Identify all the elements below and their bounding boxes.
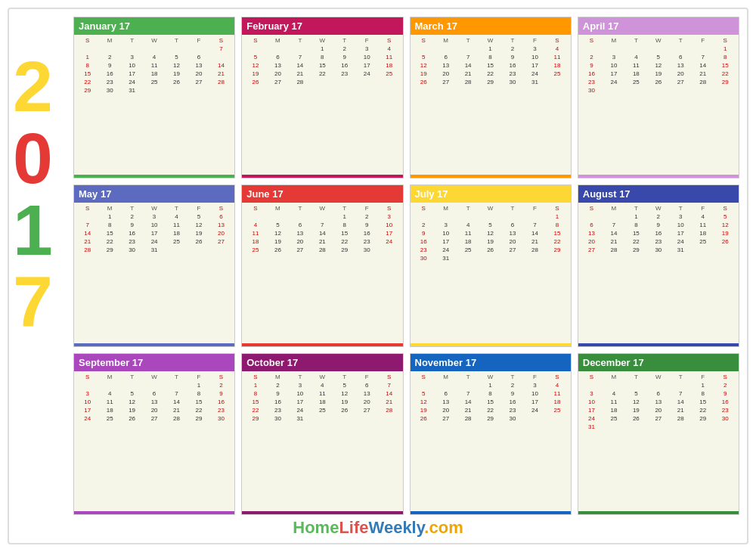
day-cell: 3 [121,53,143,61]
day-cell: 16 [333,61,355,70]
day-header-W-3: W [479,373,501,381]
day-cell: 14 [378,389,401,398]
day-cell [267,212,289,221]
day-cell: 12 [187,221,209,229]
day-cell [603,381,624,389]
day-cell: 26 [244,78,266,86]
day-cell: 26 [625,414,647,423]
day-cell: 15 [187,398,209,406]
day-cell: 16 [210,398,233,406]
day-cell [670,45,692,53]
day-header-T-2: T [121,36,143,45]
day-cell: 14 [670,398,692,406]
day-cell: 20 [289,237,311,246]
month-header-1: February 17 [242,17,402,35]
day-header-F-5: F [356,204,378,212]
day-cell: 2 [501,381,523,389]
day-cell: 29 [244,414,266,423]
year-digit-7: 7 [13,266,53,338]
day-cell: 17 [76,406,98,414]
day-cell [435,45,457,53]
day-cell: 25 [546,406,569,414]
day-cell [210,86,233,95]
day-cell: 2 [210,381,233,389]
day-cell: 17 [670,229,692,237]
day-cell: 27 [501,246,523,254]
day-cell: 25 [166,237,187,246]
day-cell: 12 [166,61,187,70]
day-header-S-0: S [76,373,98,381]
day-cell: 19 [333,398,355,406]
day-cell: 27 [435,78,457,86]
day-cell: 10 [356,53,378,61]
day-cell: 15 [692,398,714,406]
day-cell: 21 [311,237,333,246]
day-cell [603,86,624,95]
month-body-10: SMTWTFS123456789101112131415161718192021… [411,371,571,511]
day-cell: 15 [333,229,355,237]
day-cell: 15 [714,61,736,70]
day-cell [524,212,546,221]
day-cell [581,45,603,53]
day-header-S-6: S [714,204,736,212]
day-cell: 5 [714,212,736,221]
month-header-10: November 17 [411,354,571,371]
day-cell [692,246,714,254]
day-cell [501,212,523,221]
day-header-S-0: S [244,204,266,212]
day-cell: 10 [524,389,546,398]
day-header-M-1: M [603,373,624,381]
day-header-S-6: S [714,36,736,45]
day-cell: 17 [143,229,165,237]
day-cell: 26 [267,246,289,254]
day-cell: 31 [581,423,603,431]
day-cell: 20 [435,70,457,78]
day-cell: 2 [333,45,355,53]
day-cell: 8 [479,53,501,61]
day-cell: 27 [356,406,378,414]
month-body-7: SMTWTFS123456789101112131415161718192021… [578,203,739,343]
day-cell: 4 [603,389,624,398]
day-cell: 19 [267,237,289,246]
day-cell: 27 [435,414,457,423]
month-calendar-11: December 17SMTWTFS1234567891011121314151… [578,353,739,515]
day-header-S-6: S [210,36,233,45]
day-cell: 9 [210,389,233,398]
day-cell [378,246,401,254]
day-cell: 19 [647,70,669,78]
day-cell [714,246,736,254]
day-cell: 18 [603,406,624,414]
day-cell: 22 [714,70,736,78]
footer-weekly: Weekly [369,518,425,537]
month-footer-6 [411,343,571,346]
day-cell: 31 [289,414,311,423]
month-body-9: SMTWTFS123456789101112131415161718192021… [242,371,402,511]
day-cell: 8 [76,61,98,70]
day-header-S-0: S [581,204,603,212]
day-cell: 8 [311,53,333,61]
day-cell: 29 [714,78,736,86]
day-cell: 21 [670,406,692,414]
day-cell [647,45,669,53]
day-cell: 1 [625,212,647,221]
month-header-11: December 17 [578,354,739,371]
day-cell: 11 [244,229,266,237]
day-header-S-6: S [210,204,233,212]
day-cell: 9 [98,61,120,70]
day-cell: 20 [647,406,669,414]
month-footer-9 [242,511,402,514]
day-cell: 9 [581,61,603,70]
day-cell [187,45,209,53]
day-cell [378,414,401,423]
day-cell: 6 [670,53,692,61]
day-cell: 10 [121,61,143,70]
day-cell: 27 [670,78,692,86]
day-cell [356,78,378,86]
day-cell: 2 [121,212,143,221]
day-cell: 29 [76,86,98,95]
month-body-2: SMTWTFS123456789101112131415161718192021… [411,35,571,175]
day-cell: 23 [501,70,523,78]
day-cell: 26 [413,414,435,423]
day-cell: 21 [457,70,479,78]
day-header-M-1: M [603,204,624,212]
